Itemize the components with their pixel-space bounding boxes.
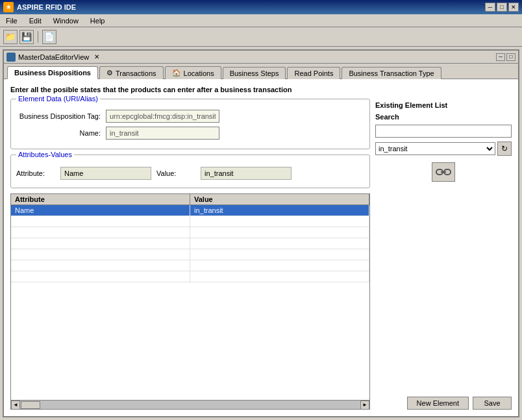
inner-window-controls[interactable]: ─ □	[496, 53, 516, 61]
search-label: Search	[375, 113, 512, 121]
tab-locations[interactable]: 🏠 Locations	[165, 66, 221, 79]
tab-business-transaction-type-label: Business Transaction Type	[349, 69, 434, 77]
element-dropdown[interactable]: in_transit	[375, 142, 495, 155]
attribute-label: Attribute:	[16, 169, 55, 177]
name-input[interactable]	[106, 127, 219, 140]
dropdown-row: in_transit ↻	[375, 142, 512, 156]
table-row[interactable]	[11, 238, 369, 249]
scrollbar-track	[20, 401, 360, 410]
refresh-button[interactable]: ↻	[497, 142, 512, 156]
inner-window-icon	[6, 53, 16, 62]
page-description: Enter all the posible states that the pr…	[10, 86, 512, 93]
data-table: Attribute Value Name in_transit	[10, 193, 370, 410]
inner-window-titlebar: MasterDataEditorView ✕ ─ □	[4, 51, 518, 64]
tab-locations-label: Locations	[184, 69, 214, 77]
tab-business-transaction-type[interactable]: Business Transaction Type	[342, 67, 441, 79]
scroll-left-button[interactable]: ◄	[11, 401, 20, 410]
attributes-values-legend: Attributes-Values	[16, 151, 74, 158]
tab-transactions-label: Transactions	[116, 69, 156, 77]
disposition-tag-label: Business Disposition Tag:	[16, 112, 101, 120]
attribute-input[interactable]	[60, 167, 151, 180]
element-data-section: Element Data (URI/Alias) Business Dispos…	[10, 99, 370, 149]
table-row[interactable]	[11, 260, 369, 271]
table-cell-value: in_transit	[190, 205, 369, 216]
maximize-button[interactable]: □	[497, 3, 507, 12]
menu-window[interactable]: Window	[51, 16, 81, 25]
toolbar-open-button[interactable]: 📁	[3, 30, 18, 44]
toolbar: 📁 💾 📄	[0, 27, 522, 47]
menu-file[interactable]: File	[3, 16, 20, 25]
table-row[interactable]	[11, 249, 369, 260]
table-row[interactable]	[11, 271, 369, 282]
table-row[interactable]	[11, 227, 369, 238]
table-cell-attribute-empty	[11, 216, 190, 227]
name-label: Name:	[16, 129, 101, 137]
column-value: Value	[190, 194, 369, 204]
menu-edit[interactable]: Edit	[27, 16, 44, 25]
scrollbar-thumb[interactable]	[21, 401, 40, 409]
element-data-legend: Element Data (URI/Alias)	[16, 95, 100, 103]
save-button[interactable]: Save	[473, 397, 512, 410]
left-panel: Element Data (URI/Alias) Business Dispos…	[10, 99, 370, 410]
tabs-bar: Business Dispositions ⚙ Transactions 🏠 L…	[4, 64, 518, 79]
title-bar-left: ★ ASPIRE RFID IDE	[3, 2, 76, 12]
data-table-header: Attribute Value	[11, 194, 369, 205]
title-bar: ★ ASPIRE RFID IDE ─ □ ✕	[0, 0, 522, 14]
inner-window-title: MasterDataEditorView ✕	[6, 53, 99, 62]
window-area: MasterDataEditorView ✕ ─ □ Business Disp…	[0, 47, 522, 420]
value-input[interactable]	[201, 167, 292, 180]
inner-maximize-button[interactable]: □	[506, 53, 516, 61]
bottom-buttons: New Element Save	[375, 390, 512, 410]
name-row: Name:	[16, 127, 364, 140]
menu-help[interactable]: Help	[88, 16, 108, 25]
attributes-values-section: Attributes-Values Attribute: Value:	[10, 154, 370, 188]
table-row[interactable]: Name in_transit	[11, 205, 369, 216]
link-button[interactable]	[432, 162, 455, 182]
column-attribute: Attribute	[11, 194, 190, 204]
tab-business-dispositions[interactable]: Business Dispositions	[7, 66, 98, 79]
toolbar-new-button[interactable]: 📄	[42, 30, 56, 44]
tab-locations-icon: 🏠	[172, 69, 181, 77]
tab-business-steps[interactable]: Business Steps	[223, 67, 286, 79]
tab-read-points-label: Read Points	[294, 69, 333, 77]
search-input[interactable]	[375, 125, 512, 138]
scroll-right-button[interactable]: ►	[360, 401, 369, 410]
inner-window: MasterDataEditorView ✕ ─ □ Business Disp…	[3, 49, 519, 417]
value-label: Value:	[156, 169, 195, 177]
tab-transactions[interactable]: ⚙ Transactions	[99, 66, 164, 79]
inner-window-title-text: MasterDataEditorView	[18, 53, 89, 61]
disposition-tag-row: Business Disposition Tag:	[16, 110, 364, 123]
table-cell-attribute: Name	[11, 205, 190, 216]
tab-transactions-icon: ⚙	[106, 69, 113, 77]
table-cell-value-empty	[190, 216, 369, 227]
tab-business-dispositions-label: Business Dispositions	[14, 69, 91, 77]
inner-window-close-icon[interactable]: ✕	[94, 53, 99, 60]
table-scrollbar: ◄ ►	[11, 400, 369, 409]
app-title: ASPIRE RFID IDE	[17, 3, 76, 11]
attr-row: Attribute: Value:	[16, 164, 364, 182]
toolbar-save-button[interactable]: 💾	[19, 30, 34, 44]
link-icon	[436, 166, 451, 178]
minimize-button[interactable]: ─	[485, 3, 495, 12]
content-area: Enter all the posible states that the pr…	[4, 79, 518, 416]
menu-bar: File Edit Window Help	[0, 14, 522, 27]
title-bar-controls[interactable]: ─ □ ✕	[485, 3, 519, 12]
inner-minimize-button[interactable]: ─	[496, 53, 505, 61]
app-icon: ★	[3, 2, 14, 12]
new-element-button[interactable]: New Element	[407, 397, 469, 410]
toolbar-separator	[38, 31, 38, 43]
tab-read-points[interactable]: Read Points	[287, 67, 340, 79]
main-split: Element Data (URI/Alias) Business Dispos…	[10, 99, 512, 410]
tab-business-steps-label: Business Steps	[230, 69, 279, 77]
right-panel: Existing Element List Search in_transit …	[375, 99, 512, 410]
data-table-body: Name in_transit	[11, 205, 369, 400]
existing-element-list-label: Existing Element List	[375, 101, 512, 109]
disposition-tag-input[interactable]	[106, 110, 219, 123]
table-row[interactable]	[11, 216, 369, 227]
close-button[interactable]: ✕	[508, 3, 519, 12]
